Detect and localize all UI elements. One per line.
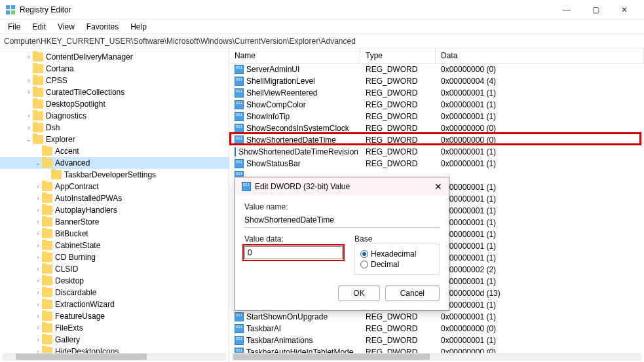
value-row[interactable]: TaskbarAlREG_DWORD0x00000000 (0) (229, 323, 644, 335)
menubar: File Edit View Favorites Help (0, 20, 644, 34)
chevron-right-icon[interactable]: › (34, 289, 42, 296)
value-data: 0x00000001 (1) (436, 277, 644, 286)
tree-item[interactable]: ⌄Advanced (0, 157, 229, 169)
maximize-button[interactable]: ▢ (581, 1, 610, 19)
tree-item[interactable]: ›BitBucket (0, 228, 229, 240)
value-row[interactable]: ShellViewReenteredREG_DWORD0x00000001 (1… (229, 87, 644, 99)
value-row[interactable]: ShowStatusBarREG_DWORD0x00000001 (1) (229, 158, 644, 170)
dialog-close-button[interactable]: ✕ (434, 181, 442, 192)
tree-item[interactable]: Accent (0, 145, 229, 157)
value-type: REG_DWORD (360, 159, 436, 168)
tree-item[interactable]: DesktopSpotlight (0, 98, 229, 110)
tree-pane[interactable]: ›ContentDeliveryManagerCortana›CPSS›Cura… (0, 48, 229, 362)
col-data[interactable]: Data (436, 48, 644, 63)
chevron-right-icon[interactable]: › (34, 195, 42, 202)
col-name[interactable]: Name (229, 48, 360, 63)
chevron-right-icon[interactable]: › (25, 89, 33, 96)
tree-hscrollbar[interactable] (3, 353, 226, 361)
chevron-right-icon[interactable]: › (34, 266, 42, 272)
value-data-input[interactable] (244, 246, 343, 259)
menu-edit[interactable]: Edit (27, 21, 51, 33)
chevron-right-icon[interactable]: › (34, 230, 42, 237)
radio-hexadecimal[interactable]: Hexadecimal (360, 249, 434, 259)
values-header: Name Type Data (229, 48, 644, 63)
tree-item[interactable]: ›Discardable (0, 287, 229, 299)
tree-item-label: TaskbarDeveloperSettings (64, 170, 160, 179)
address-bar[interactable]: Computer\HKEY_CURRENT_USER\Software\Micr… (0, 34, 644, 48)
values-hscrollbar[interactable] (232, 353, 641, 361)
tree-item[interactable]: ›CPSS (0, 75, 229, 86)
cancel-button[interactable]: Cancel (385, 285, 440, 301)
value-name: ShellMigrationLevel (246, 77, 315, 86)
tree-item[interactable]: ›FeatureUsage (0, 310, 229, 322)
folder-icon (33, 111, 43, 120)
tree-item[interactable]: ›Gallery (0, 334, 229, 346)
chevron-right-icon[interactable]: › (25, 124, 33, 131)
value-row[interactable]: ShowShortenedDateTimeREG_DWORD0x00000000… (229, 134, 644, 146)
menu-help[interactable]: Help (125, 21, 152, 33)
folder-icon (42, 276, 52, 285)
chevron-right-icon[interactable]: › (34, 278, 42, 284)
chevron-right-icon[interactable]: › (25, 113, 33, 119)
radio-icon (360, 250, 368, 258)
value-row[interactable]: StartShownOnUpgradeREG_DWORD0x00000001 (… (229, 311, 644, 323)
value-row[interactable]: ShowCompColorREG_DWORD0x00000001 (1) (229, 99, 644, 111)
menu-file[interactable]: File (3, 21, 26, 33)
minimize-button[interactable]: — (552, 1, 581, 19)
tree-item[interactable]: ›Desktop (0, 275, 229, 287)
tree-item-label: Desktop (55, 276, 88, 285)
close-button[interactable]: ✕ (610, 1, 639, 19)
tree-item[interactable]: Cortana (0, 63, 229, 75)
value-type: REG_DWORD (360, 65, 436, 74)
tree-item[interactable]: ›Dsh (0, 122, 229, 134)
chevron-right-icon[interactable]: › (34, 207, 42, 213)
value-row[interactable]: TaskbarAnimationsREG_DWORD0x00000001 (1) (229, 335, 644, 346)
tree-item-label: ExtractionWizard (55, 300, 119, 309)
chevron-right-icon[interactable]: › (34, 313, 42, 319)
tree-item[interactable]: ›BannerStore (0, 216, 229, 228)
tree-item[interactable]: ›FileExts (0, 322, 229, 334)
tree-item[interactable]: ›CabinetState (0, 240, 229, 251)
chevron-right-icon[interactable]: › (34, 242, 42, 249)
chevron-right-icon[interactable]: › (34, 325, 42, 331)
radio-decimal[interactable]: Decimal (360, 260, 434, 269)
chevron-right-icon[interactable]: › (34, 301, 42, 308)
chevron-right-icon[interactable]: › (25, 54, 33, 60)
tree-item[interactable]: ›CD Burning (0, 251, 229, 263)
tree-item[interactable]: ⌄Explorer (0, 134, 229, 145)
value-row[interactable]: ShowShortenedDateTimeRevisionREG_DWORD0x… (229, 146, 644, 158)
titlebar: Registry Editor — ▢ ✕ (0, 0, 644, 20)
chevron-down-icon[interactable]: ⌄ (34, 160, 42, 166)
value-row[interactable]: ShowSecondsInSystemClockREG_DWORD0x00000… (229, 122, 644, 134)
value-row[interactable]: ServerAdminUIREG_DWORD0x00000000 (0) (229, 63, 644, 75)
chevron-down-icon[interactable]: ⌄ (25, 136, 33, 143)
value-row[interactable]: ShowInfoTipREG_DWORD0x00000001 (1) (229, 111, 644, 122)
menu-view[interactable]: View (52, 21, 80, 33)
tree-item[interactable]: ›ExtractionWizard (0, 299, 229, 310)
tree-item-label: Explorer (46, 135, 79, 144)
folder-icon (42, 229, 52, 238)
chevron-right-icon[interactable]: › (34, 183, 42, 190)
menu-favorites[interactable]: Favorites (81, 21, 124, 33)
tree-item-label: CuratedTileCollections (46, 88, 128, 97)
tree-item[interactable]: ›ContentDeliveryManager (0, 51, 229, 63)
tree-item[interactable]: TaskbarDeveloperSettings (0, 169, 229, 181)
col-type[interactable]: Type (360, 48, 436, 63)
tree-item[interactable]: ›AppContract (0, 181, 229, 192)
chevron-right-icon[interactable]: › (34, 254, 42, 261)
tree-item[interactable]: ›AutoplayHandlers (0, 204, 229, 216)
ok-button[interactable]: OK (338, 285, 379, 301)
value-type: REG_DWORD (360, 100, 436, 109)
tree-item[interactable]: ›AutoInstalledPWAs (0, 192, 229, 204)
dword-icon (235, 336, 244, 345)
chevron-right-icon[interactable]: › (34, 336, 42, 343)
tree-item[interactable]: ›CLSID (0, 263, 229, 275)
folder-icon (42, 182, 52, 191)
tree-item[interactable]: ›Diagnostics (0, 110, 229, 122)
chevron-right-icon[interactable]: › (25, 77, 33, 84)
value-data: 0x00000001 (1) (436, 253, 644, 262)
tree-item[interactable]: ›CuratedTileCollections (0, 86, 229, 98)
chevron-right-icon[interactable]: › (34, 219, 42, 225)
folder-icon (42, 335, 52, 344)
value-row[interactable]: ShellMigrationLevelREG_DWORD0x00000004 (… (229, 75, 644, 87)
